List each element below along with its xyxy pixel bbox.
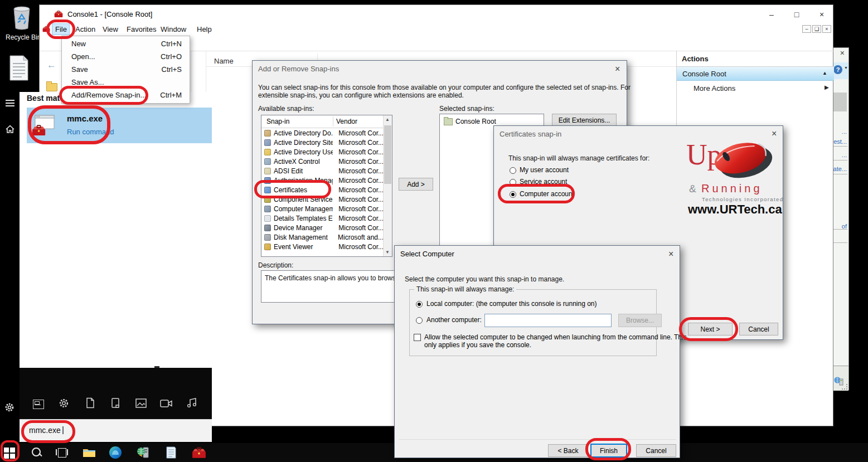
radio-service-account-label[interactable]: Service account	[520, 178, 567, 186]
radio-another-computer-label[interactable]: Another computer:	[426, 316, 482, 324]
snapin-row[interactable]: Active Directory Site...Microsoft Cor...	[261, 138, 384, 147]
notepad-icon[interactable]	[165, 446, 177, 459]
menu-favorites[interactable]: Favorites	[127, 25, 156, 33]
column-divider[interactable]	[333, 116, 333, 127]
child-close-button[interactable]: ×	[822, 25, 831, 33]
radio-my-user-account-label[interactable]: My user account	[520, 166, 569, 174]
filter-apps-icon[interactable]	[33, 400, 44, 409]
minimize-button[interactable]: –	[764, 8, 779, 21]
file-menu-item[interactable]: SaveCtrl+S	[62, 63, 190, 76]
cancel-button[interactable]: Cancel	[636, 444, 676, 457]
scroll-up-icon[interactable]: ▲	[385, 117, 390, 122]
filter-folders-icon[interactable]	[110, 397, 120, 408]
filter-settings-icon[interactable]	[59, 398, 69, 408]
checkbox-label-line1[interactable]: Allow the selected computer to be change…	[424, 333, 687, 341]
home-icon[interactable]	[5, 124, 15, 134]
snapin-row[interactable]: CertificatesMicrosoft Cor...	[261, 185, 384, 194]
menu-help[interactable]: Help	[197, 25, 212, 33]
back-arrow-icon[interactable]: ←	[47, 60, 56, 71]
server-manager-icon[interactable]	[137, 446, 150, 459]
radio-my-user-account[interactable]	[510, 167, 516, 174]
another-computer-input[interactable]	[484, 314, 612, 327]
snapin-name: Active Directory Do...	[274, 129, 333, 137]
collapse-icon[interactable]: ▲	[822, 70, 827, 76]
scrollbar[interactable]: ▲ ▼	[383, 115, 392, 256]
recycle-bin-shortcut[interactable]: Recycle Bin	[6, 4, 38, 45]
scroll-thumb[interactable]	[384, 125, 391, 184]
snapin-row[interactable]: Active Directory Use...Microsoft Cor...	[261, 147, 384, 157]
close-button[interactable]: ×	[814, 8, 829, 21]
filter-videos-icon[interactable]	[160, 399, 172, 408]
column-header-name[interactable]: Name	[214, 57, 234, 65]
menu-view[interactable]: View	[103, 25, 118, 33]
snapin-row[interactable]: Event ViewerMicrosoft Cor...	[261, 242, 384, 251]
snapin-row[interactable]: Disk ManagementMicrosoft and...	[261, 232, 384, 242]
more-actions-item[interactable]: More Actions	[694, 84, 735, 93]
chevron-down-icon[interactable]: ▼	[844, 66, 848, 70]
menu-file[interactable]: File	[55, 25, 67, 33]
snapin-row[interactable]: Details Templates E...Microsoft Cor...	[261, 213, 384, 223]
active-directory-users-icon	[264, 149, 271, 155]
edge-icon[interactable]	[109, 446, 122, 459]
allow-change-checkbox[interactable]	[414, 334, 421, 341]
radio-service-account[interactable]	[510, 179, 516, 186]
radio-local-computer[interactable]	[416, 301, 423, 308]
cancel-button[interactable]: Cancel	[739, 323, 778, 335]
menu-window[interactable]: Window	[161, 25, 186, 33]
file-explorer-icon[interactable]	[83, 447, 96, 458]
hamburger-icon[interactable]	[6, 100, 14, 106]
filter-photos-icon[interactable]	[135, 398, 147, 408]
file-menu-item[interactable]: NewCtrl+N	[62, 37, 190, 50]
snapin-row[interactable]: ADSI EditMicrosoft Cor...	[261, 166, 384, 176]
menu-action[interactable]: Action	[75, 25, 95, 33]
file-menu-item[interactable]: Save As...	[62, 76, 190, 89]
checkbox-label-line2[interactable]: only applies if you save the console.	[424, 341, 531, 349]
close-icon[interactable]: ×	[668, 249, 673, 259]
available-snapins-list[interactable]: Snap-in Vendor Active Directory Do...Mic…	[261, 115, 392, 257]
search-input-value[interactable]: mmc.exe	[29, 426, 61, 435]
maximize-button[interactable]: □	[789, 8, 804, 21]
finish-button[interactable]: Finish	[590, 444, 627, 458]
scroll-down-icon[interactable]: ▼	[385, 250, 390, 255]
snapin-vendor: Microsoft Cor...	[333, 186, 384, 194]
filter-music-icon[interactable]	[187, 397, 198, 408]
back-button[interactable]: < Back	[548, 444, 588, 457]
task-view-icon[interactable]	[56, 448, 68, 458]
scrollbar-fragment[interactable]	[833, 93, 847, 111]
actions-group-bar[interactable]: Console Root ▲	[677, 67, 834, 81]
radio-computer-account-label[interactable]: Computer account	[520, 190, 574, 198]
radio-another-computer[interactable]	[416, 317, 423, 324]
column-vendor[interactable]: Vendor	[336, 118, 357, 125]
search-icon[interactable]	[31, 446, 43, 459]
edit-extensions-button[interactable]: Edit Extensions...	[552, 114, 617, 127]
file-menu-item[interactable]: Add/Remove Snap-in...Ctrl+M	[62, 89, 190, 101]
search-result-mmc[interactable]: mmc.exe Run command	[27, 108, 212, 143]
close-icon[interactable]: ×	[840, 48, 845, 57]
browse-button[interactable]: Browse...	[618, 314, 662, 327]
child-minimize-button[interactable]: –	[802, 25, 811, 33]
mmc-taskbar-icon[interactable]	[192, 446, 206, 459]
snapin-row[interactable]: Authorization ManagerMicrosoft Cor...	[261, 176, 384, 185]
document-shortcut[interactable]	[9, 55, 31, 86]
snapin-row[interactable]: Computer Managem...Microsoft Cor...	[261, 204, 384, 213]
snapin-row[interactable]: Component ServicesMicrosoft Cor...	[261, 194, 384, 204]
child-restore-button[interactable]: ❑	[812, 25, 821, 33]
close-icon[interactable]: ×	[615, 64, 620, 74]
snapin-row[interactable]: Active Directory Do...Microsoft Cor...	[261, 128, 384, 138]
search-box[interactable]: mmc.exe |	[20, 419, 212, 442]
snapin-row[interactable]: Device ManagerMicrosoft Cor...	[261, 223, 384, 232]
radio-computer-account[interactable]	[510, 191, 516, 198]
file-menu-item[interactable]: Open...Ctrl+O	[62, 50, 190, 63]
snapin-row[interactable]: ActiveX ControlMicrosoft Cor...	[261, 157, 384, 166]
next-button[interactable]: Next >	[688, 323, 733, 335]
radio-local-computer-label[interactable]: Local computer: (the computer this conso…	[426, 300, 597, 308]
column-snapin[interactable]: Snap-in	[266, 118, 289, 125]
settings-gear-icon[interactable]	[4, 402, 14, 412]
start-button[interactable]	[3, 447, 17, 459]
add-button[interactable]: Add >	[399, 178, 433, 191]
actions-group-label: Console Root	[682, 70, 726, 78]
description-label: Description:	[258, 261, 293, 269]
console-root-folder-icon[interactable]	[46, 83, 57, 91]
help-icon[interactable]: ?	[833, 65, 842, 74]
filter-documents-icon[interactable]	[85, 397, 95, 408]
